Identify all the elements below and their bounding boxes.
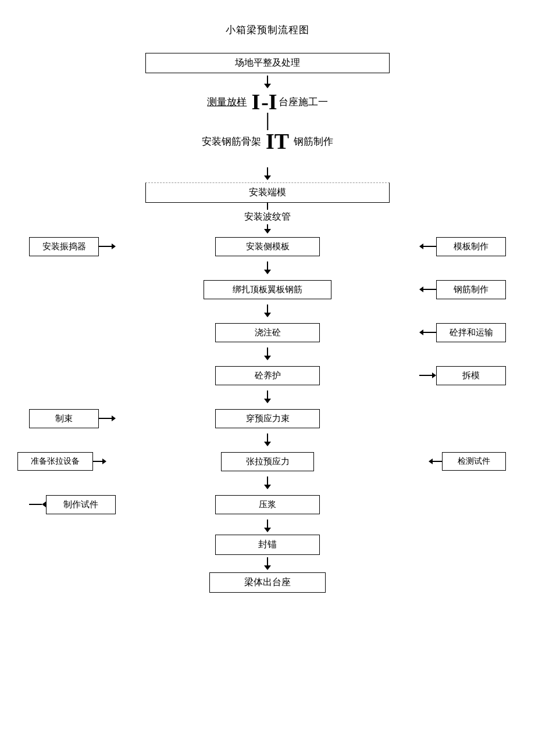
step5-section: 安装波纹管 (244, 203, 291, 234)
step2-row: 测量放样 I - I 台座施工一 (207, 91, 327, 113)
arrow2 (264, 165, 271, 182)
step3-left-label: 安装钢筋骨架 (202, 135, 261, 148)
arrow8-down (264, 345, 271, 363)
arrow12-left (42, 501, 46, 507)
arrow9-down (264, 388, 271, 406)
step11-left-box: 准备张拉设备 (17, 452, 93, 471)
arrow6-left (112, 243, 116, 249)
step5-label: 安装波纹管 (244, 211, 291, 223)
step2-right-label: 台座施工一 (279, 95, 328, 109)
step7-row: 绑扎顶板翼板钢筋 钢筋制作 (12, 277, 523, 302)
step13-box: 封锚 (215, 535, 320, 555)
arrow7-right (419, 286, 423, 292)
step9-center-box: 砼养护 (215, 366, 320, 385)
step14-box: 梁体出台座 (209, 572, 326, 593)
flowchart: 场地平整及处理 测量放样 I - I 台座施工一 安装钢 (12, 53, 523, 593)
arrow5 (264, 229, 271, 234)
step7-right-box: 钢筋制作 (436, 280, 506, 299)
step10-left-box: 制束 (29, 409, 99, 428)
it-symbol1: I (251, 91, 258, 113)
arrow1 (264, 73, 271, 91)
step9-row: 砼养护 拆模 (12, 363, 523, 388)
step7-right-unit: 钢筋制作 (419, 280, 506, 299)
step3-row: 安装钢筋骨架 IT 钢筋制作 (202, 130, 333, 152)
arrow11-left (102, 458, 106, 464)
it-symbol2: - (261, 91, 268, 113)
arrow6-down (264, 259, 271, 277)
step8-right-box: 砼拌和运输 (436, 323, 506, 342)
h-conn-11r (433, 461, 442, 462)
h-conn-7r (423, 289, 436, 290)
step8-row: 浇注砼 砼拌和运输 (12, 320, 523, 345)
step12-row: 制作试件 压浆 (12, 492, 523, 517)
h-conn-10l (99, 418, 112, 419)
step4-box: 安装端模 (145, 182, 390, 203)
line5 (267, 203, 268, 210)
step11-right-unit: 检测试件 (429, 452, 506, 471)
h-conn-12l (29, 504, 42, 505)
step2-left-label: 测量放样 (207, 95, 247, 109)
step9-right-box: 拆模 (436, 366, 506, 385)
step11-left-unit: 准备张拉设备 (17, 452, 106, 471)
page-container: 小箱梁预制流程图 场地平整及处理 测量放样 I - I 台座施工一 (0, 0, 535, 756)
it-symbol4: IT (266, 130, 289, 152)
step8-center-box: 浇注砼 (215, 323, 320, 342)
step1-box: 场地平整及处理 (145, 53, 390, 73)
step7-center-box: 绑扎顶板翼板钢筋 (204, 280, 331, 299)
arrow11-right (429, 458, 433, 464)
step8-right-unit: 砼拌和运输 (419, 323, 506, 342)
step3-right-label: 钢筋制作 (294, 135, 333, 148)
step11-center-box: 张拉预应力 (221, 452, 314, 471)
step10-row: 制束 穿预应力束 (12, 406, 523, 431)
h-conn-6l (99, 246, 112, 247)
line5b (267, 224, 268, 229)
h-conn-8r (423, 332, 436, 333)
step9-right-unit: 拆模 (419, 366, 506, 385)
step12-left-box: 制作试件 (46, 495, 116, 514)
step10-left-unit: 制束 (29, 409, 116, 428)
step6-left-box: 安装振捣器 (29, 237, 99, 256)
page-title: 小箱梁预制流程图 (226, 23, 309, 37)
arrow6-right (419, 243, 423, 249)
arrow10-left (112, 415, 116, 421)
step11-right-box: 检测试件 (442, 452, 506, 471)
step11-row: 准备张拉设备 张拉预应力 检测试件 (12, 449, 523, 474)
step6-right-box: 模板制作 (436, 237, 506, 256)
step10-center-box: 穿预应力束 (215, 409, 320, 428)
h-conn-9r (419, 375, 432, 376)
h-conn-11l (93, 461, 102, 462)
step6-right-unit: 模板制作 (419, 237, 506, 256)
v-bar-center (267, 113, 268, 130)
step6-left-unit: 安装振捣器 (29, 237, 116, 256)
it-symbol3: I (269, 91, 275, 113)
arrow11-down (264, 474, 271, 492)
arrow9-right (432, 372, 436, 378)
step6-center-box: 安装侧模板 (215, 237, 320, 256)
arrow13-down (264, 555, 271, 572)
arrow12-down (264, 517, 271, 535)
h-conn-6r (423, 246, 436, 247)
parallel-section: 测量放样 I - I 台座施工一 安装钢筋骨架 IT 钢筋制作 (169, 91, 366, 152)
t-bar-connector (169, 113, 366, 130)
arrow7-down (264, 302, 271, 320)
arrow10-down (264, 431, 271, 449)
step6-row: 安装振捣器 安装侧模板 模板制作 (12, 234, 523, 259)
arrow8-right (419, 329, 423, 335)
step12-left-unit: 制作试件 (29, 495, 116, 514)
step12-center-box: 压浆 (215, 495, 320, 514)
